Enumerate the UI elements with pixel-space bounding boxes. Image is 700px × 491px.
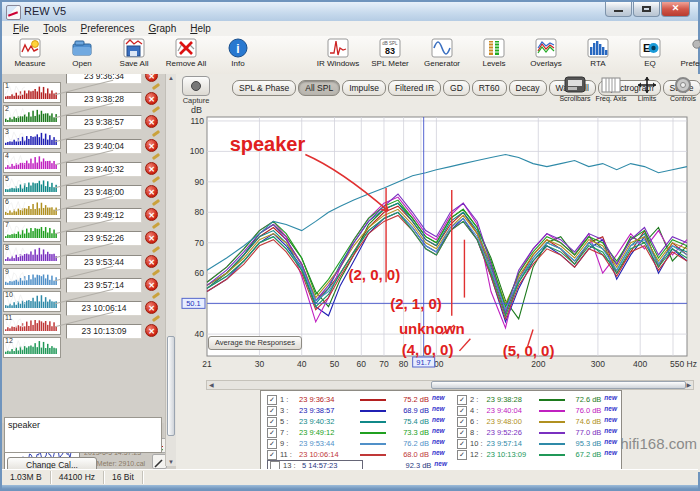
remove-measurement-button[interactable]: ✕ [145, 92, 158, 105]
graph-control-buttons: ScrollbarsFreq. AxisLimitsControls [558, 74, 700, 111]
measurement-name-field[interactable]: 23 10:13:09 [66, 324, 142, 339]
toolbar-measure-button[interactable]: Measure [4, 36, 56, 73]
graph-horizontal-scrollbar[interactable]: ◀ ▶ [206, 380, 694, 390]
legend-row-7[interactable]: ✓7 :23 9:49:1273.3 dBnew [267, 427, 447, 438]
legend-time: 23 9:40:04 [487, 406, 536, 415]
maximize-button[interactable] [633, 2, 660, 17]
menu-tools[interactable]: Tools [36, 23, 73, 34]
legend-checkbox-6[interactable]: ✓ [457, 417, 467, 427]
sidebar-scrollbar[interactable]: ▲ ▼ [165, 74, 176, 466]
annotation-text: (4, 0, 0) [402, 341, 454, 358]
graph-scroll-thumb[interactable] [431, 381, 686, 389]
legend-number: 11 : [280, 450, 296, 459]
remove-measurement-button[interactable]: ✕ [145, 162, 158, 175]
remove-measurement-button[interactable]: ✕ [145, 74, 158, 82]
tab-impulse[interactable]: Impulse [342, 80, 386, 96]
legend-new-tag: new [604, 405, 617, 412]
measurement-number: 10 [5, 291, 13, 298]
menu-preferences[interactable]: Preferences [73, 23, 141, 34]
graph-panel: Capture dB SPL & PhaseAll SPLImpulseFilt… [176, 74, 700, 472]
remove-measurement-button[interactable]: ✕ [145, 324, 158, 337]
toolbar-open-button[interactable]: Open [56, 36, 108, 73]
remove-measurement-button[interactable]: ✕ [145, 301, 158, 314]
legend-row-2[interactable]: ✓2 :23 9:38:2872.6 dBnew [457, 394, 617, 405]
graph-limits-button[interactable]: Limits [630, 74, 664, 111]
legend-color-dash [360, 432, 386, 434]
tab-gd[interactable]: GD [443, 80, 470, 96]
legend-checkbox-4[interactable]: ✓ [457, 406, 467, 416]
toolbar-preferences-button[interactable]: Preferences [676, 36, 700, 73]
legend-spl-value: 95.3 dB [568, 439, 602, 448]
legend-checkbox-12[interactable]: ✓ [457, 450, 467, 460]
legend-checkbox-5[interactable]: ✓ [267, 417, 277, 427]
remove-measurement-button[interactable]: ✕ [145, 115, 158, 128]
legend-row-8[interactable]: ✓8 :23 9:52:2677.0 dBnew [457, 427, 617, 438]
measurement-notes[interactable]: speaker [4, 417, 162, 453]
remove-measurement-button[interactable]: ✕ [145, 231, 158, 244]
toolbar-levels-button[interactable]: Levels [468, 36, 520, 73]
graph-scrollbars-button[interactable]: Scrollbars [558, 74, 592, 111]
legend-row-4[interactable]: ✓4 :23 9:40:0476.0 dBnew [457, 405, 617, 416]
legend-checkbox-9[interactable]: ✓ [267, 439, 277, 449]
graph-freq-axis-button[interactable]: Freq. Axis [594, 74, 628, 111]
legend-new-tag: new [432, 438, 445, 445]
remove-measurement-button[interactable]: ✕ [145, 185, 158, 198]
window-frame-bottom [2, 485, 698, 489]
legend-checkbox-8[interactable]: ✓ [457, 428, 467, 438]
toolbar-overlays-button[interactable]: Overlays [520, 36, 572, 73]
measurement-item[interactable]: 23 10:13:09✕12 [2, 321, 164, 357]
remove-measurement-button[interactable]: ✕ [145, 208, 158, 221]
legend-checkbox-10[interactable]: ✓ [457, 439, 467, 449]
toolbar-ir-windows-button[interactable]: IR Windows [312, 36, 364, 73]
scroll-right-icon[interactable]: ▶ [686, 381, 691, 389]
info-icon: i [226, 37, 250, 59]
legend-checkbox-7[interactable]: ✓ [267, 428, 277, 438]
legend-checkbox-2[interactable]: ✓ [457, 395, 467, 405]
sidebar-scroll-thumb[interactable] [167, 336, 175, 436]
legend-row-5[interactable]: ✓5 :23 9:40:3275.4 dBnew [267, 416, 447, 427]
legend-checkbox-1[interactable]: ✓ [267, 395, 277, 405]
graph-controls-button[interactable]: Controls [666, 74, 700, 111]
tab-rt60[interactable]: RT60 [472, 80, 507, 96]
legend-checkbox-3[interactable]: ✓ [267, 406, 277, 416]
legend-row-10[interactable]: ✓10 :23 9:57:1495.3 dBnew [457, 438, 617, 449]
toolbar-remove-all-button[interactable]: Remove All [160, 36, 212, 73]
legend-checkbox-11[interactable]: ✓ [267, 450, 277, 460]
toolbar-rta-button[interactable]: RTA [572, 36, 624, 73]
legend-row-1[interactable]: ✓1 :23 9:36:3475.2 dBnew [267, 394, 447, 405]
toolbar-spl-meter-button[interactable]: dB SPL83SPL Meter [364, 36, 416, 73]
toolbar-save-all-button[interactable]: Save All [108, 36, 160, 73]
tab-filtered-ir[interactable]: Filtered IR [388, 80, 441, 96]
legend-panel: ✓1 :23 9:36:3475.2 dBnew✓3 :23 9:38:5768… [260, 390, 622, 472]
title-bar[interactable]: REW V5 [2, 2, 698, 22]
toolbar-info-button[interactable]: iInfo [212, 36, 264, 73]
measurements-panel: 23 9:36:34✕123 9:38:28✕223 9:38:57✕323 9… [2, 74, 176, 472]
legend-number: 7 : [280, 428, 296, 437]
menu-help[interactable]: Help [183, 23, 218, 34]
tab-all-spl[interactable]: All SPL [298, 80, 340, 96]
legend-color-dash [539, 421, 565, 423]
menu-graph[interactable]: Graph [141, 23, 183, 34]
tab-spl-phase[interactable]: SPL & Phase [232, 80, 296, 96]
close-button[interactable] [661, 2, 690, 17]
capture-button[interactable] [182, 76, 210, 96]
spl-meter-icon: dB SPL83 [378, 37, 402, 59]
tab-decay[interactable]: Decay [509, 80, 547, 96]
legend-row-6[interactable]: ✓6 :23 9:48:0074.6 dBnew [457, 416, 617, 427]
legend-row-12[interactable]: ✓12 :23 10:13:0967.2 dBnew [457, 449, 617, 460]
toolbar-eq-button[interactable]: EEQ [624, 36, 676, 73]
scroll-up-icon[interactable]: ▲ [166, 75, 176, 81]
legend-left-column: ✓1 :23 9:36:3475.2 dBnew✓3 :23 9:38:5768… [267, 394, 447, 471]
scroll-down-icon[interactable]: ▼ [166, 459, 176, 465]
minimize-button[interactable] [605, 2, 632, 17]
legend-row-3[interactable]: ✓3 :23 9:38:5768.9 dBnew [267, 405, 447, 416]
legend-row-9[interactable]: ✓9 :23 9:53:4476.2 dBnew [267, 438, 447, 449]
toolbar-generator-button[interactable]: Generator [416, 36, 468, 73]
average-responses-button[interactable]: Average the Responses [208, 336, 302, 350]
remove-measurement-button[interactable]: ✕ [145, 255, 158, 268]
remove-measurement-button[interactable]: ✕ [145, 139, 158, 152]
remove-measurement-button[interactable]: ✕ [145, 278, 158, 291]
scroll-left-icon[interactable]: ◀ [209, 381, 214, 389]
menu-file[interactable]: File [6, 23, 36, 34]
legend-row-11[interactable]: ✓11 :23 10:06:1468.0 dBnew [267, 449, 447, 460]
